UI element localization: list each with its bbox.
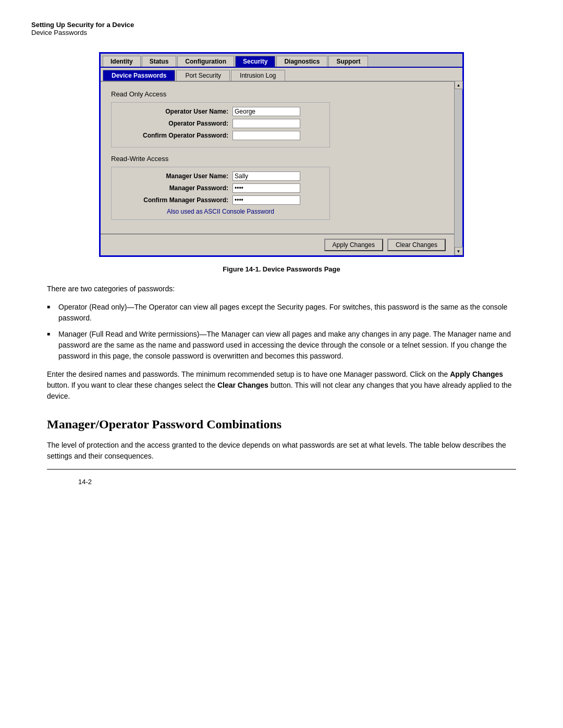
scrollbar-up-button[interactable]: ▲ [455, 81, 463, 89]
tab-security[interactable]: Security [235, 56, 275, 67]
bullet-text-2: Manager (Full Read and Write permissions… [58, 329, 516, 362]
clear-changes-button[interactable]: Clear Changes [387, 239, 446, 251]
section-body: The level of protection and the access g… [47, 440, 516, 462]
page-number: 14-2 [78, 478, 532, 486]
list-item: ■ Operator (Read only)—The Operator can … [47, 302, 516, 324]
sub-tab-intrusion-log[interactable]: Intrusion Log [231, 70, 285, 81]
intro-paragraph: There are two categories of passwords: [47, 283, 516, 294]
readonly-form-box: Operator User Name: Operator Password: C… [111, 102, 330, 147]
manager-username-label: Manager User Name: [118, 172, 232, 180]
page-header: Setting Up Security for a Device Device … [31, 21, 532, 36]
operator-password-input[interactable] [232, 119, 300, 128]
manager-password-label: Manager Password: [118, 184, 232, 192]
manager-password-row: Manager Password: [118, 183, 323, 193]
ascii-note: Also used as ASCII Console Password [118, 208, 323, 215]
instructions-between: button. If you want to clear these chang… [47, 381, 217, 389]
content-area: Read Only Access Operator User Name: Ope… [101, 81, 454, 233]
section-heading: Manager/Operator Password Combinations [47, 417, 516, 431]
tab-identity[interactable]: Identity [103, 56, 141, 67]
instructions-paragraph: Enter the desired names and passwords. T… [47, 369, 516, 402]
confirm-manager-password-label: Confirm Manager Password: [118, 196, 232, 204]
tab-support[interactable]: Support [328, 56, 368, 67]
readwrite-section-title: Read-Write Access [111, 155, 444, 163]
apply-changes-button[interactable]: Apply Changes [324, 239, 383, 251]
operator-username-row: Operator User Name: [118, 107, 323, 116]
confirm-manager-password-row: Confirm Manager Password: [118, 195, 323, 205]
apply-bold: Apply Changes [450, 370, 503, 378]
header-subtitle: Device Passwords [31, 29, 532, 36]
sub-tab-port-security[interactable]: Port Security [176, 70, 230, 81]
instructions-before: Enter the desired names and passwords. T… [47, 370, 450, 378]
device-frame: Identity Status Configuration Security D… [99, 52, 464, 257]
header-title: Setting Up Security for a Device [31, 21, 532, 29]
bottom-bar: Apply Changes Clear Changes [101, 233, 454, 255]
bullet-icon-2: ■ [47, 330, 53, 338]
confirm-operator-password-input[interactable] [232, 131, 300, 140]
clear-bold: Clear Changes [217, 381, 268, 389]
operator-username-input[interactable] [232, 107, 300, 116]
bullet-list: ■ Operator (Read only)—The Operator can … [47, 302, 516, 362]
operator-password-row: Operator Password: [118, 119, 323, 128]
operator-username-label: Operator User Name: [118, 108, 232, 115]
bullet-icon-1: ■ [47, 303, 53, 311]
form-area: Read Only Access Operator User Name: Ope… [101, 81, 454, 255]
tab-configuration[interactable]: Configuration [177, 56, 234, 67]
operator-password-label: Operator Password: [118, 120, 232, 127]
readonly-section-title: Read Only Access [111, 90, 444, 98]
manager-username-row: Manager User Name: [118, 171, 323, 181]
tab-diagnostics[interactable]: Diagnostics [276, 56, 327, 67]
confirm-operator-password-row: Confirm Operator Password: [118, 131, 323, 140]
figure-caption: Figure 14-1. Device Passwords Page [31, 265, 532, 273]
scrollbar[interactable]: ▲ ▼ [454, 81, 462, 255]
content-scrollbar-container: Read Only Access Operator User Name: Ope… [101, 81, 462, 255]
sub-tab-device-passwords[interactable]: Device Passwords [103, 70, 175, 81]
list-item: ■ Manager (Full Read and Write permissio… [47, 329, 516, 362]
manager-username-input[interactable] [232, 171, 300, 181]
tab-status[interactable]: Status [142, 56, 177, 67]
manager-password-input[interactable] [232, 183, 300, 193]
readwrite-form-box: Manager User Name: Manager Password: Con… [111, 167, 330, 220]
sub-tab-bar: Device Passwords Port Security Intrusion… [101, 67, 462, 81]
main-tab-bar: Identity Status Configuration Security D… [101, 54, 462, 67]
bullet-text-1: Operator (Read only)—The Operator can vi… [58, 302, 516, 324]
confirm-manager-password-input[interactable] [232, 195, 300, 205]
confirm-operator-password-label: Confirm Operator Password: [118, 132, 232, 139]
page-divider [47, 469, 516, 470]
scrollbar-down-button[interactable]: ▼ [455, 247, 463, 255]
